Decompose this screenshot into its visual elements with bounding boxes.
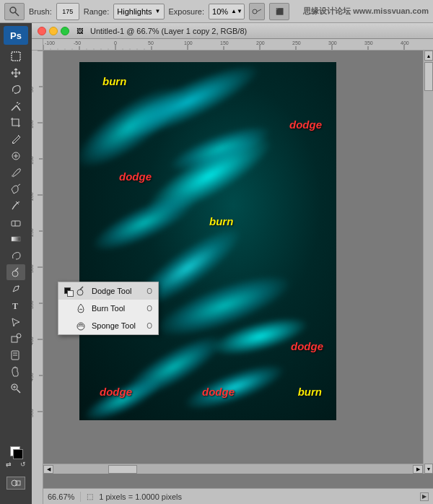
svg-point-2	[253, 9, 257, 14]
range-dropdown-arrow: ▼	[155, 8, 161, 14]
svg-point-7	[12, 142, 14, 144]
svg-text:100: 100	[184, 40, 193, 45]
menu-item-burn[interactable]: Burn Tool O	[58, 300, 158, 317]
color-swatches: ⇄ ↺	[6, 443, 26, 468]
brush-label: Brush:	[29, 7, 52, 16]
svg-point-0	[10, 7, 16, 13]
ruler-left: 50 100 150 200 250 300 350 400 4	[32, 51, 43, 504]
scroll-thumb-h[interactable]	[108, 465, 137, 474]
svg-text:300: 300	[328, 40, 337, 45]
minimize-btn[interactable]	[49, 27, 58, 35]
ruler-corner	[32, 39, 43, 51]
dodge-shortcut: O	[146, 287, 152, 295]
tool-healing[interactable]	[6, 148, 25, 164]
svg-line-17	[15, 268, 18, 271]
svg-rect-4	[12, 52, 20, 61]
svg-rect-15	[12, 237, 20, 241]
exposure-input[interactable]: 10% ▲▼	[209, 4, 245, 19]
ps-logo: Ps	[4, 26, 28, 45]
tool-blur[interactable]	[6, 248, 25, 264]
svg-text:250: 250	[32, 228, 34, 237]
tool-hand[interactable]	[6, 364, 25, 380]
tool-eraser[interactable]	[6, 214, 25, 230]
close-btn[interactable]	[38, 27, 46, 35]
tool-lasso[interactable]	[6, 82, 25, 97]
label-burn-1: burn	[102, 75, 126, 87]
svg-text:0: 0	[114, 40, 117, 45]
tool-move[interactable]	[6, 65, 25, 81]
file-icon: 🖼	[76, 27, 83, 35]
tool-path-selection[interactable]	[6, 314, 25, 330]
left-sidebar: Ps	[0, 23, 32, 504]
airbrush-btn[interactable]	[249, 3, 265, 20]
main-area: 🖼 Untitled-1 @ 66.7% (Layer 1 copy 2, RG…	[32, 23, 433, 504]
label-burn-4: burn	[298, 386, 322, 398]
exposure-value: 10%	[212, 7, 228, 16]
svg-rect-20	[12, 336, 17, 342]
svg-text:500: 500	[32, 409, 34, 417]
title-bar: 🖼 Untitled-1 @ 66.7% (Layer 1 copy 2, RG…	[32, 23, 433, 39]
label-dodge-4: dodge	[100, 386, 132, 398]
scroll-up-btn[interactable]: ▲	[424, 51, 433, 61]
horizontal-scrollbar[interactable]: ◀ ▶	[43, 464, 423, 474]
tool-gradient[interactable]	[6, 231, 25, 247]
svg-line-5	[12, 105, 17, 110]
window-title: Untitled-1 @ 66.7% (Layer 1 copy 2, RGB/…	[90, 27, 247, 35]
canvas-area: burn dodge dodge burn burn dodge dodge d…	[43, 51, 433, 474]
switch-reset: ⇄ ↺	[6, 461, 26, 468]
watermark: 思缘设计论坛 www.missvuan.com	[303, 6, 429, 17]
tool-clone[interactable]	[6, 181, 25, 197]
brush-preview[interactable]: 175	[56, 3, 79, 20]
scroll-thumb-v[interactable]	[424, 62, 433, 91]
tool-brush[interactable]	[6, 165, 25, 181]
switch-colors[interactable]: ⇄	[6, 461, 12, 468]
brush-size: 175	[62, 8, 73, 15]
svg-text:-50: -50	[74, 40, 81, 45]
svg-text:200: 200	[256, 40, 265, 45]
sponge-tool-icon	[74, 319, 87, 332]
tool-marquee[interactable]	[6, 48, 25, 64]
sponge-tool-label: Sponge Tool	[92, 321, 136, 330]
tool-notes[interactable]	[6, 347, 25, 363]
extra-btn[interactable]: ⬛	[269, 3, 289, 20]
tool-eyedropper[interactable]	[6, 131, 25, 147]
background-color[interactable]	[13, 449, 23, 459]
reset-colors[interactable]: ↺	[20, 461, 26, 468]
vertical-scrollbar[interactable]: ▲ ▼	[423, 51, 433, 474]
svg-text:350: 350	[32, 300, 34, 309]
svg-text:-100: -100	[45, 40, 55, 45]
range-dropdown[interactable]: Highlights ▼	[113, 4, 164, 19]
tool-dodge[interactable]	[6, 264, 25, 280]
svg-text:200: 200	[32, 192, 34, 201]
svg-text:T: T	[12, 301, 18, 311]
label-burn-2: burn	[209, 215, 233, 227]
svg-rect-31	[43, 39, 433, 51]
tool-icon-btn[interactable]	[4, 3, 25, 20]
exposure-label: Exposure:	[169, 7, 205, 16]
tool-magic-wand[interactable]	[6, 98, 25, 114]
maximize-btn[interactable]	[61, 27, 69, 35]
label-dodge-1: dodge	[289, 118, 322, 131]
tool-zoom[interactable]	[6, 381, 25, 396]
svg-point-18	[18, 286, 19, 287]
scroll-down-btn[interactable]: ▼	[424, 464, 433, 474]
tool-crop[interactable]	[6, 115, 25, 131]
menu-item-sponge[interactable]: Sponge Tool O	[58, 317, 158, 334]
svg-text:300: 300	[32, 264, 34, 273]
info-arrow[interactable]: ▶	[420, 492, 429, 501]
svg-text:150: 150	[32, 156, 34, 165]
tool-pen[interactable]	[6, 281, 25, 297]
scroll-left-btn[interactable]: ◀	[43, 465, 53, 474]
divider	[80, 492, 81, 502]
range-value: Highlights	[117, 7, 152, 16]
tool-text[interactable]: T	[6, 297, 25, 313]
tool-history-brush[interactable]	[6, 198, 25, 214]
quick-mask-btn[interactable]	[6, 477, 25, 490]
svg-text:50: 50	[32, 87, 34, 92]
dodge-tool-icon	[74, 284, 87, 297]
burn-shortcut: O	[146, 305, 152, 313]
svg-text:150: 150	[220, 40, 229, 45]
tool-shape[interactable]	[6, 331, 25, 347]
svg-line-3	[257, 9, 261, 12]
scroll-right-btn[interactable]: ▶	[413, 465, 423, 474]
